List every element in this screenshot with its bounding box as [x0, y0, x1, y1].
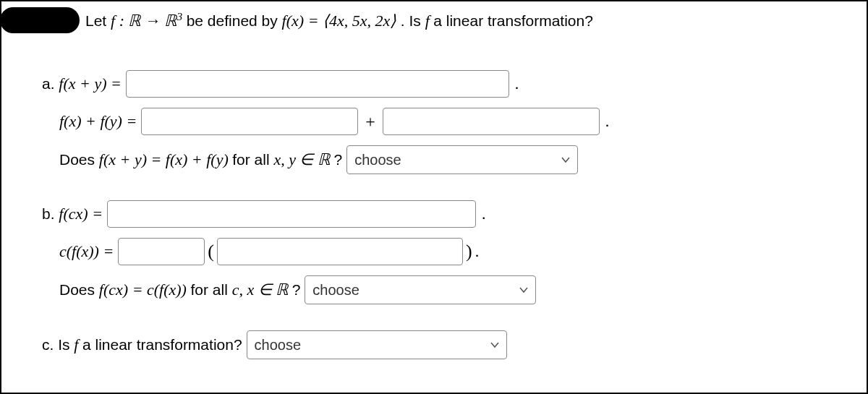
input-a-fx[interactable]	[141, 108, 358, 135]
select-b-wrap: choose	[305, 275, 536, 304]
dot: .	[475, 242, 480, 261]
plus-sign: +	[365, 112, 375, 132]
input-b-fcx[interactable]	[107, 200, 476, 228]
prompt-text-pre: Let	[85, 12, 111, 29]
select-a[interactable]: choose	[346, 145, 578, 174]
part-b-lhs2: c(f(x)) =	[59, 242, 114, 261]
select-b[interactable]: choose	[305, 275, 536, 304]
redaction-block	[0, 7, 80, 33]
part-b-question: Does f(cx) = c(f(x)) for all c, x ∈ ℝ ? …	[59, 275, 826, 304]
part-b-line2: c(f(x)) = ( ) .	[59, 238, 826, 265]
part-a-lhs2: f(x) + f(y) =	[59, 112, 137, 131]
part-a-label: a. f(x + y) =	[42, 74, 122, 93]
dot: .	[482, 205, 486, 223]
left-paren: (	[208, 241, 214, 262]
part-a-line1: a. f(x + y) = .	[42, 70, 826, 98]
part-b-label: b. f(cx) =	[42, 205, 103, 223]
question-prompt: Let f : ℝ → ℝ3 be defined by f(x) = ⟨4x,…	[85, 10, 826, 30]
dot: .	[515, 74, 519, 93]
prompt-fdef: f : ℝ → ℝ3	[111, 12, 187, 30]
input-a-fy[interactable]	[383, 108, 600, 135]
input-b-fx[interactable]	[217, 238, 463, 265]
part-c-text: c. Is f a linear transformation?	[42, 335, 242, 354]
part-a-qtext: Does f(x + y) = f(x) + f(y) for all x, y…	[59, 150, 342, 169]
select-c[interactable]: choose	[247, 330, 507, 359]
part-a-question: Does f(x + y) = f(x) + f(y) for all x, y…	[59, 145, 826, 174]
prompt-text-mid: be defined by	[187, 12, 282, 29]
part-b-line1: b. f(cx) = .	[42, 200, 826, 228]
part-a-line2: f(x) + f(y) = + .	[59, 108, 826, 135]
prompt-fx: f(x) = ⟨4x, 5x, 2x⟩	[282, 12, 397, 30]
input-a-fxy[interactable]	[126, 70, 509, 98]
prompt-text-post: . Is	[401, 12, 425, 29]
prompt-fname: f	[425, 12, 430, 30]
select-c-wrap: choose	[247, 330, 507, 359]
part-c-question: c. Is f a linear transformation? choose	[42, 330, 826, 359]
input-b-c[interactable]	[118, 238, 205, 265]
part-b-qtext: Does f(cx) = c(f(x)) for all c, x ∈ ℝ ?	[59, 280, 300, 299]
right-paren: )	[466, 241, 472, 262]
question-page: Let f : ℝ → ℝ3 be defined by f(x) = ⟨4x,…	[0, 0, 868, 394]
dot: .	[605, 112, 610, 131]
prompt-text-tail: a linear transformation?	[433, 12, 593, 29]
select-a-wrap: choose	[346, 145, 578, 174]
